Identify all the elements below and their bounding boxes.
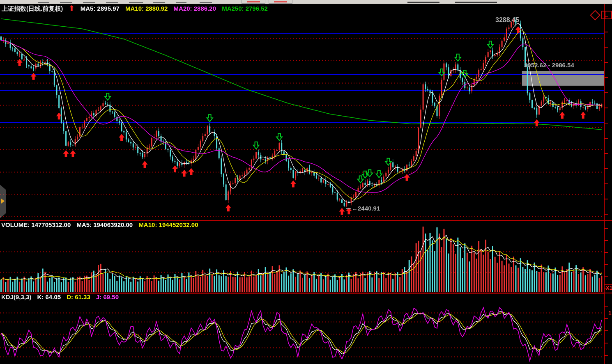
sidebar-expand-handle[interactable] (0, 185, 6, 218)
peak-price-annotation: 3288.45 (495, 16, 519, 24)
menu-item-stub[interactable] (83, 2, 95, 3)
toolbar-status-stub (407, 2, 439, 3)
ma20-value: MA20: 2886.20 (174, 5, 216, 12)
ma250-value: MA250: 2796.52 (222, 5, 268, 12)
menu-item-stub[interactable] (38, 2, 49, 3)
toolbar-button[interactable] (242, 0, 265, 4)
kdj-d-value: D: 61.33 (67, 293, 90, 300)
volume-value: VOLUME: 147705312.00 (1, 221, 71, 228)
toolbar-clipped (0, 0, 612, 4)
split-window-icon[interactable] (601, 11, 612, 19)
ma5-value: MA5: 2895.97 (81, 5, 120, 12)
x1-scale-label: X1 (606, 285, 612, 291)
chart-canvas[interactable] (0, 0, 612, 364)
menu-item-stub[interactable] (153, 2, 165, 3)
menu-item-stub[interactable] (60, 2, 72, 3)
toolbar-button[interactable] (269, 0, 292, 4)
up-arrow-icon: ⬆ (69, 5, 74, 12)
menu-item-stub[interactable] (106, 2, 118, 3)
kdj-title: KDJ(9,3,3) (1, 293, 31, 300)
menu-item-stub[interactable] (129, 2, 143, 3)
menu-item-stub[interactable] (200, 2, 212, 3)
kdj-header: KDJ(9,3,3) K: 64.05 D: 61.33 J: 69.50 (1, 294, 123, 301)
trading-terminal-window: 上证指数(日线.前复权) ⬆ MA5: 2895.97 MA10: 2880.9… (0, 0, 612, 364)
menu-item-stub[interactable] (176, 2, 186, 3)
low-price-annotation: ←2440.91 (352, 205, 380, 212)
ma10-value: MA10: 2880.92 (125, 5, 168, 12)
kdj-axis-label-clipped: 1 (608, 310, 612, 316)
arrow-right-icon (1, 199, 5, 204)
gap-range-annotation: 3052.62 - 2986.54 (524, 62, 574, 69)
kdj-j-value: J: 69.50 (96, 293, 119, 300)
toolbar-status-stub (455, 2, 497, 3)
main-chart-header: 上证指数(日线.前复权) ⬆ MA5: 2895.97 MA10: 2880.9… (2, 5, 272, 13)
volume-ma5-value: MA5: 194063920.00 (76, 221, 133, 228)
kdj-k-value: K: 64.05 (37, 293, 61, 300)
symbol-title: 上证指数(日线.前复权) (2, 5, 63, 12)
volume-ma10-value: MA10: 194452032.00 (138, 221, 198, 228)
volume-header: VOLUME: 147705312.00 MA5: 194063920.00 M… (1, 222, 202, 229)
